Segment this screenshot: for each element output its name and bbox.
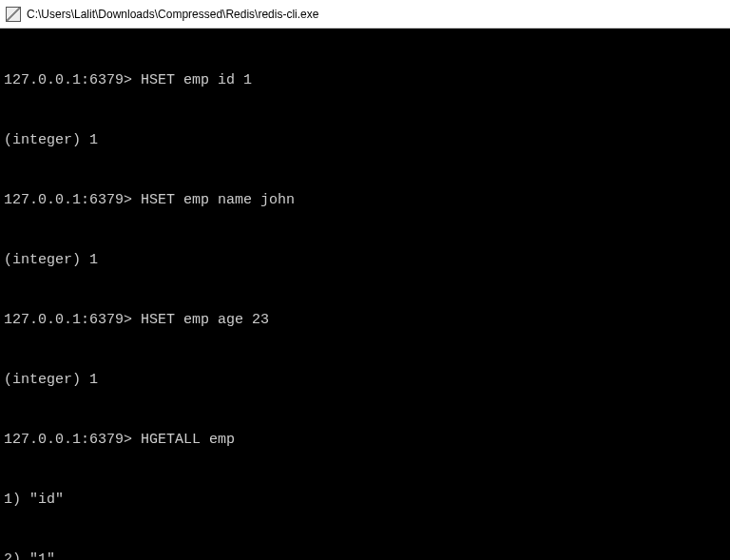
- terminal[interactable]: 127.0.0.1:6379> HSET emp id 1 (integer) …: [0, 29, 730, 560]
- terminal-line: 1) "id": [4, 490, 726, 510]
- window-icon: [6, 7, 21, 22]
- terminal-line: 127.0.0.1:6379> HSET emp name john: [4, 190, 726, 210]
- terminal-line: 2) "1": [4, 550, 726, 560]
- terminal-line: 127.0.0.1:6379> HGETALL emp: [4, 430, 726, 450]
- terminal-line: (integer) 1: [4, 250, 726, 270]
- terminal-line: 127.0.0.1:6379> HSET emp age 23: [4, 310, 726, 330]
- window-title: C:\Users\Lalit\Downloads\Compressed\Redi…: [27, 8, 318, 21]
- terminal-line: (integer) 1: [4, 130, 726, 150]
- titlebar[interactable]: C:\Users\Lalit\Downloads\Compressed\Redi…: [0, 0, 730, 29]
- terminal-line: (integer) 1: [4, 370, 726, 390]
- terminal-line: 127.0.0.1:6379> HSET emp id 1: [4, 70, 726, 90]
